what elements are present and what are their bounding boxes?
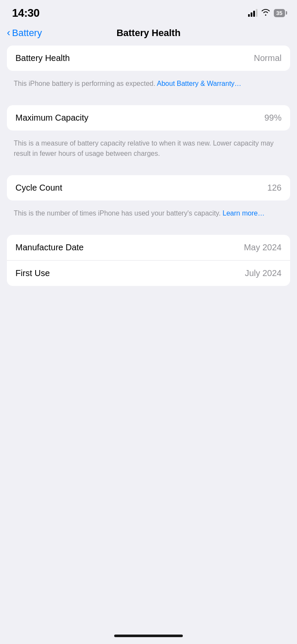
back-label: Battery [12, 27, 42, 39]
first-use-label: First Use [15, 268, 50, 278]
first-use-value: July 2024 [245, 268, 282, 278]
battery-health-label: Battery Health [15, 53, 70, 63]
maximum-capacity-description: This is a measure of battery capacity re… [7, 134, 290, 167]
cycle-count-description: This is the number of times iPhone has u… [7, 204, 290, 226]
maximum-capacity-label: Maximum Capacity [15, 113, 88, 123]
maximum-capacity-card: Maximum Capacity 99% [7, 105, 290, 131]
page-title: Battery Health [116, 27, 180, 39]
battery-health-card: Battery Health Normal [7, 46, 290, 71]
manufacture-date-row: Manufacture Date May 2024 [7, 235, 290, 260]
learn-more-link[interactable]: Learn more… [223, 210, 265, 217]
battery-health-description: This iPhone battery is performing as exp… [7, 74, 290, 97]
manufacture-date-value: May 2024 [244, 243, 282, 252]
cycle-count-value: 126 [267, 183, 282, 193]
first-use-row: First Use July 2024 [7, 260, 290, 286]
home-indicator [114, 635, 183, 637]
status-time: 14:30 [12, 6, 39, 20]
maximum-capacity-value: 99% [264, 113, 282, 123]
cycle-count-row: Cycle Count 126 [7, 175, 290, 200]
content-area: Battery Health Normal This iPhone batter… [0, 46, 297, 286]
cycle-count-label: Cycle Count [15, 183, 62, 193]
back-button[interactable]: ‹ Battery [7, 27, 42, 39]
maximum-capacity-row: Maximum Capacity 99% [7, 105, 290, 131]
status-icons: 35 [248, 8, 285, 18]
cycle-count-card: Cycle Count 126 [7, 175, 290, 200]
back-chevron-icon: ‹ [7, 27, 10, 38]
wifi-icon [261, 8, 270, 18]
battery-health-row: Battery Health Normal [7, 46, 290, 71]
status-bar: 14:30 35 [0, 0, 297, 23]
nav-header: ‹ Battery Battery Health [0, 23, 297, 46]
battery-icon: 35 [274, 9, 285, 17]
battery-health-value: Normal [254, 53, 282, 63]
battery-warranty-link[interactable]: About Battery & Warranty… [157, 80, 242, 87]
manufacture-date-label: Manufacture Date [15, 243, 84, 252]
dates-card: Manufacture Date May 2024 First Use July… [7, 235, 290, 286]
signal-icon [248, 9, 258, 17]
